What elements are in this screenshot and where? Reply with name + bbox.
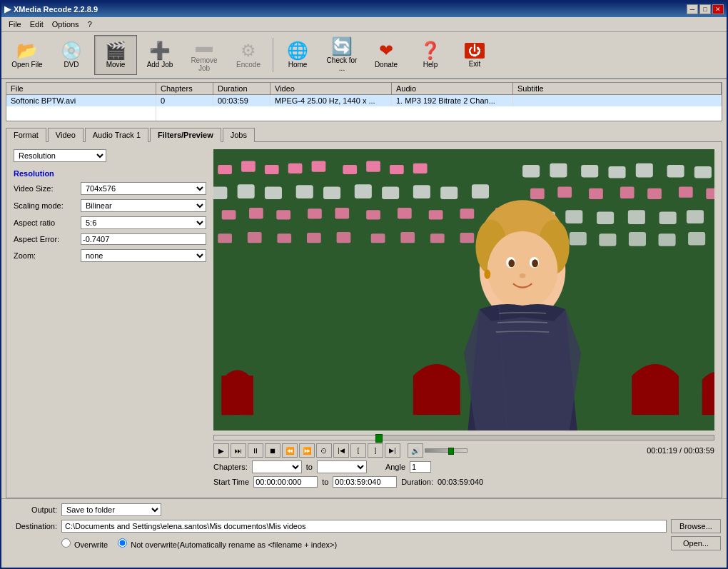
pause-button[interactable]: ⏸ xyxy=(248,443,263,458)
clock-button[interactable]: ⏲ xyxy=(316,443,332,458)
overwrite-option[interactable]: Overwrite xyxy=(61,538,108,549)
chapters-row: Chapters: to Angle xyxy=(213,460,714,473)
maximize-button[interactable]: □ xyxy=(699,4,711,14)
menu-options[interactable]: Options xyxy=(48,19,84,30)
svg-rect-41 xyxy=(620,187,635,198)
open-button[interactable]: Open... xyxy=(671,536,721,550)
svg-rect-28 xyxy=(460,208,475,218)
destination-row: Destination: Browse... xyxy=(7,519,721,533)
svg-rect-53 xyxy=(277,233,291,243)
volume-icon[interactable]: 🔊 xyxy=(408,443,423,458)
svg-rect-72 xyxy=(241,391,253,415)
fast-forward-button[interactable]: ⏩ xyxy=(299,443,315,458)
chapters-to-select[interactable] xyxy=(317,460,367,473)
toolbar-movie[interactable]: 🎬 Movie xyxy=(94,35,137,75)
minimize-button[interactable]: ─ xyxy=(687,4,698,14)
tab-audio-track-1[interactable]: Audio Track 1 xyxy=(85,128,148,142)
to-label: to xyxy=(322,478,328,486)
toolbar-home[interactable]: 🌐 Home xyxy=(276,35,319,75)
not-overwrite-option[interactable]: Not overwrite(Automatically rename as <f… xyxy=(118,538,337,549)
close-button[interactable]: ✕ xyxy=(712,4,724,14)
toolbar-help[interactable]: ❓ Help xyxy=(409,35,452,75)
next-chapter-button[interactable]: ⏭ xyxy=(231,443,246,458)
start-time-input[interactable] xyxy=(253,476,318,488)
not-overwrite-radio[interactable] xyxy=(118,538,127,548)
svg-rect-10 xyxy=(213,187,227,200)
menu-edit[interactable]: Edit xyxy=(26,19,48,30)
tab-video[interactable]: Video xyxy=(48,128,84,142)
cell-chapters: 0 xyxy=(156,95,213,106)
svg-rect-44 xyxy=(706,188,714,199)
chapters-to-label: to xyxy=(306,463,313,471)
toolbar-dvd[interactable]: 💿 DVD xyxy=(50,35,93,75)
toolbar-check-for[interactable]: 🔄 Check for ... xyxy=(320,35,363,75)
browse-button[interactable]: Browse... xyxy=(671,519,721,533)
volume-track[interactable] xyxy=(425,448,467,453)
tab-format[interactable]: Format xyxy=(6,128,46,142)
output-mode-row: Output: Save to folder Same as source Cu… xyxy=(7,503,721,516)
volume-thumb xyxy=(448,448,454,455)
go-end-button[interactable]: ▶| xyxy=(385,443,400,458)
svg-rect-13 xyxy=(296,185,313,198)
stop-button[interactable]: ⏹ xyxy=(265,443,280,458)
toolbar-donate[interactable]: ❤ Donate xyxy=(365,35,408,75)
toolbar: 📂 Open File 💿 DVD 🎬 Movie ➕ Add Job ▬ Re… xyxy=(1,32,727,79)
duration-value: 00:03:59:040 xyxy=(438,478,483,486)
file-list-header: File Chapters Duration Video Audio Subti… xyxy=(6,83,722,95)
menu-file[interactable]: File xyxy=(4,19,26,30)
output-mode-select[interactable]: Save to folder Same as source Custom xyxy=(61,503,161,516)
svg-rect-77 xyxy=(702,391,712,415)
tab-jobs[interactable]: Jobs xyxy=(223,128,255,142)
mark-in-button[interactable]: [ xyxy=(350,443,366,458)
toolbar-exit[interactable]: ⏻ Exit xyxy=(453,35,496,75)
overwrite-radio[interactable] xyxy=(61,538,71,548)
titlebar-left: ▶ XMedia Recode 2.2.8.9 xyxy=(4,4,98,14)
playback-controls: ▶ ⏭ ⏸ ⏹ ⏪ ⏩ ⏲ |◀ [ ] ▶| 🔊 xyxy=(213,435,714,490)
svg-rect-76 xyxy=(664,388,679,415)
start-time-label: Start Time xyxy=(213,478,249,486)
progress-bar[interactable] xyxy=(213,435,714,440)
destination-label: Destination: xyxy=(7,522,57,530)
file-list-row[interactable]: Softonic BPTW.avi 0 00:03:59 MPEG-4 25.0… xyxy=(6,95,722,106)
svg-rect-54 xyxy=(307,233,321,243)
video-size-select[interactable]: 704x576 640x480 1280x720 1920x1080 xyxy=(81,182,206,195)
add-job-icon: ➕ xyxy=(149,42,171,59)
dvd-icon: 💿 xyxy=(61,42,82,59)
aspect-error-label: Aspect Error: xyxy=(14,235,78,243)
svg-rect-51 xyxy=(218,233,232,243)
toolbar-remove-job[interactable]: ▬ Remove Job xyxy=(183,35,226,75)
svg-rect-35 xyxy=(636,163,653,178)
toolbar-open-file[interactable]: 📂 Open File xyxy=(6,35,49,75)
filter-dropdown-row: Resolution Crop/Pad Deinterlace Denoise xyxy=(14,149,206,162)
encode-icon: ⚙ xyxy=(241,42,256,59)
rewind-button[interactable]: ⏪ xyxy=(282,443,298,458)
menu-help[interactable]: ? xyxy=(84,19,96,30)
filter-type-select[interactable]: Resolution Crop/Pad Deinterlace Denoise xyxy=(14,149,106,162)
aspect-ratio-select[interactable]: 5:6 4:3 16:9 Auto xyxy=(81,216,206,229)
svg-rect-48 xyxy=(628,210,645,224)
angle-input[interactable] xyxy=(410,461,431,473)
svg-rect-40 xyxy=(589,188,603,199)
mark-out-button[interactable]: ] xyxy=(368,443,383,458)
svg-rect-64 xyxy=(629,232,646,246)
donate-label: Donate xyxy=(375,61,398,69)
svg-rect-22 xyxy=(276,210,290,219)
scaling-mode-select[interactable]: Bilinear Bicubic Nearest xyxy=(81,199,206,212)
play-button[interactable]: ▶ xyxy=(213,443,229,458)
go-start-button[interactable]: |◀ xyxy=(333,443,349,458)
toolbar-add-job[interactable]: ➕ Add Job xyxy=(138,35,181,75)
header-video: Video xyxy=(271,83,392,94)
header-chapters: Chapters xyxy=(156,83,213,94)
zoom-select[interactable]: none 25% 50% 75% 100% xyxy=(81,249,206,262)
toolbar-encode[interactable]: ⚙ Encode xyxy=(227,35,270,75)
end-time-input[interactable] xyxy=(333,476,397,488)
duration-label: Duration: xyxy=(401,478,433,486)
destination-input[interactable] xyxy=(61,520,667,533)
open-file-icon: 📂 xyxy=(16,42,38,59)
aspect-error-input[interactable] xyxy=(81,233,206,245)
tab-filters-preview[interactable]: Filters/Preview xyxy=(150,128,221,142)
app-title: XMedia Recode 2.2.8.9 xyxy=(14,5,98,14)
svg-rect-38 xyxy=(530,188,545,199)
add-job-label: Add Job xyxy=(147,61,173,69)
chapters-from-select[interactable] xyxy=(252,460,302,473)
